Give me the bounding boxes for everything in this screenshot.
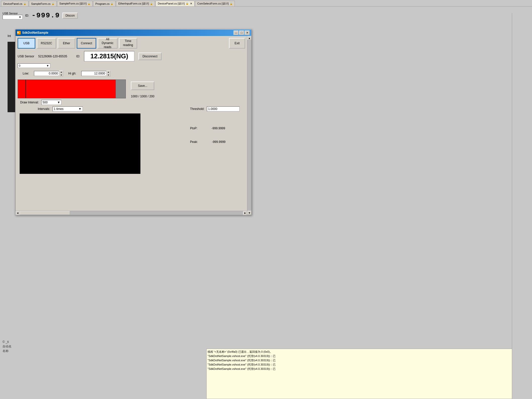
sdk-window: ■ SdkDotNetSample — □ ✕ USB RS232C Ether…: [15, 29, 252, 215]
draw-interval-label: Draw Interval:: [20, 101, 39, 104]
ptop-row: PtoP: -999.9999: [190, 127, 240, 130]
bg-usb-sensor-row: USB Sensor ▼ ID: -999.9 Discon: [3, 12, 169, 19]
usb-tab-button[interactable]: USB: [18, 38, 35, 49]
peak-row: Peak: -999.9999: [190, 140, 240, 144]
sdk-content-area: USB RS232C Ether Connect All Dynamic rea…: [16, 36, 251, 215]
threshold-field-row: Threshold:: [190, 106, 240, 111]
low-spin-buttons: ▲ ▼: [59, 70, 63, 76]
rs232c-tab-button[interactable]: RS232C: [37, 38, 56, 49]
high-spin-up[interactable]: ▲: [106, 70, 110, 73]
lock-icon: 🔒: [23, 3, 26, 5]
tab-label: EtherInputForm.cs [设计]: [118, 2, 149, 6]
sdk-titlebar-left: ■ SdkDotNetSample: [17, 31, 48, 34]
lock-icon: 🔒: [52, 3, 54, 5]
scroll-track[interactable]: [247, 40, 251, 211]
bg-discon-button[interactable]: Discon: [62, 13, 78, 19]
scroll-up-button[interactable]: ▲: [247, 36, 251, 40]
threshold-input[interactable]: [207, 106, 240, 111]
peak-label: Peak:: [190, 140, 198, 144]
tab-sampleform[interactable]: SampleForm.cs 🔒: [29, 1, 57, 6]
usb-sensor-label: USB Sensor: [18, 55, 34, 58]
count-label: 1000 / 1000 / 200: [131, 95, 154, 98]
scroll-down-button[interactable]: ▼: [247, 211, 251, 215]
sdk-window-title: SdkDotNetSample: [22, 31, 48, 34]
low-input[interactable]: [34, 71, 59, 76]
lock-icon: 🔒: [230, 3, 233, 5]
tab-label: SampleForm.cs [设计]: [59, 2, 87, 6]
bg-ti-label: © _ti: [3, 340, 9, 344]
tab-etherinputform-design[interactable]: EtherInputForm.cs [设计] 🔒: [116, 1, 155, 6]
low-spin-down[interactable]: ▼: [59, 73, 63, 76]
bg-usb-label: USB Sensor: [3, 12, 23, 15]
minimize-button[interactable]: —: [234, 30, 239, 35]
low-spin-up[interactable]: ▲: [59, 70, 63, 73]
sensor-dropdown-row: 0 ▼: [18, 63, 245, 68]
ether-tab-button[interactable]: Ether: [58, 38, 75, 49]
high-spin-down[interactable]: ▼: [106, 73, 110, 76]
tab-sampleform-design[interactable]: SampleForm.cs [设计] 🔒: [57, 1, 93, 6]
time-reading-button[interactable]: Time reading: [119, 38, 137, 49]
draw-interval-select[interactable]: 500 ▼: [41, 100, 61, 105]
sensor-info-row: USB Sensor 52126066-120-65535 ID: 12.281…: [18, 51, 245, 62]
low-high-row: Low: ▲ ▼ Hi gh: ▲ ▼: [18, 69, 245, 77]
high-input-group: ▲ ▼: [81, 70, 110, 76]
waveform-canvas: [20, 113, 140, 174]
close-button[interactable]: ✕: [245, 30, 250, 35]
save-button[interactable]: Save...: [131, 82, 154, 90]
hscroll-thumb[interactable]: [20, 211, 70, 215]
console-line-3: "SdkDotNetSample.vshost.exe" (托管(v4.0.30…: [208, 358, 531, 362]
chevron-down-icon: ▼: [79, 107, 82, 111]
lock-icon: 🔒: [150, 3, 153, 5]
sdk-button-row: USB RS232C Ether Connect All Dynamic rea…: [18, 38, 245, 49]
lock-icon: 🔒: [88, 3, 90, 5]
vs-right-panel: [512, 13, 532, 399]
hscroll-right-button[interactable]: ►: [243, 211, 247, 215]
ide-workspace: USB Sensor ▼ ID: -999.9 Discon Int © _ti…: [0, 7, 532, 399]
hscroll-track[interactable]: [20, 211, 243, 215]
high-input[interactable]: [81, 71, 106, 76]
ptop-label: PtoP:: [190, 127, 197, 130]
tab-program[interactable]: Program.cs 🔒: [93, 1, 116, 6]
peak-value: -999.9999: [200, 140, 225, 144]
connect-button[interactable]: Connect: [77, 38, 96, 49]
bg-int-label: Int: [8, 34, 11, 38]
high-spin-buttons: ▲ ▼: [106, 70, 110, 76]
tab-label: SampleForm.cs: [31, 2, 51, 5]
tab-comselectform-design[interactable]: ComSelectForm.cs [设计] 🔒: [195, 1, 235, 6]
tab-devicepanel[interactable]: DevicePanel.cs 🔒: [1, 1, 28, 6]
low-label: Low:: [23, 72, 29, 75]
console-line-1: 线程 '<无名称>' (0x4fa0) 已退出，返回值为 0 (0x0)。: [208, 350, 531, 354]
bg-auto-label: 自动名: [3, 344, 12, 349]
sensor-id-number: 52126066-120-65535: [38, 55, 67, 58]
colorbar-save-area: Save... 1000 / 1000 / 200: [18, 79, 245, 98]
sdk-left-panel: USB RS232C Ether Connect All Dynamic rea…: [16, 36, 247, 215]
maximize-button[interactable]: □: [239, 30, 244, 35]
sdk-scrollbar: ▲ ▼: [247, 36, 251, 215]
all-dynamic-reads-button[interactable]: All Dynamic reads: [98, 38, 118, 49]
ptop-value: -999.9999: [200, 127, 225, 130]
disconnect-button[interactable]: Disconnect: [138, 53, 161, 60]
console-line-4: "SdkDotNetSample.vshost.exe" (托管(v4.0.30…: [208, 363, 531, 367]
lock-icon: 🔒: [186, 2, 188, 5]
intervals-label: Intervals:: [38, 107, 50, 111]
bg-id-value: -999.9: [31, 12, 60, 19]
console-line-2: "SdkDotNetSample.vshost.exe" (托管(v4.0.30…: [208, 354, 531, 358]
sensor-id-display: 12.2815(NG): [84, 51, 134, 61]
close-tab-icon[interactable]: ✕: [190, 2, 192, 5]
draw-interval-row: Draw Interval: 500 ▼: [20, 100, 245, 105]
bg-usb-select[interactable]: ▼: [3, 15, 23, 19]
color-bar-line: [25, 80, 26, 98]
tab-label: DevicePanel.cs: [3, 2, 22, 5]
intervals-value: 1 times: [54, 107, 64, 111]
tab-label: Program.cs: [95, 2, 109, 5]
threshold-row: Threshold: PtoP: -999.9999 Peak: -999.99…: [190, 106, 240, 144]
exit-button[interactable]: Exit: [229, 38, 245, 49]
low-input-group: ▲ ▼: [34, 70, 63, 76]
intervals-select[interactable]: 1 times ▼: [53, 106, 83, 111]
hscroll-left-button[interactable]: ◄: [16, 211, 20, 215]
sensor-dropdown[interactable]: 0 ▼: [18, 63, 50, 68]
sdk-titlebar: ■ SdkDotNetSample — □ ✕: [16, 29, 251, 36]
chevron-down-icon: ▼: [46, 64, 49, 67]
tab-devicepanel-design[interactable]: DevicePanel.cs [设计] 🔒 ✕: [156, 1, 195, 6]
bg-usb-sensor-dropdown: USB Sensor ▼: [3, 12, 23, 19]
